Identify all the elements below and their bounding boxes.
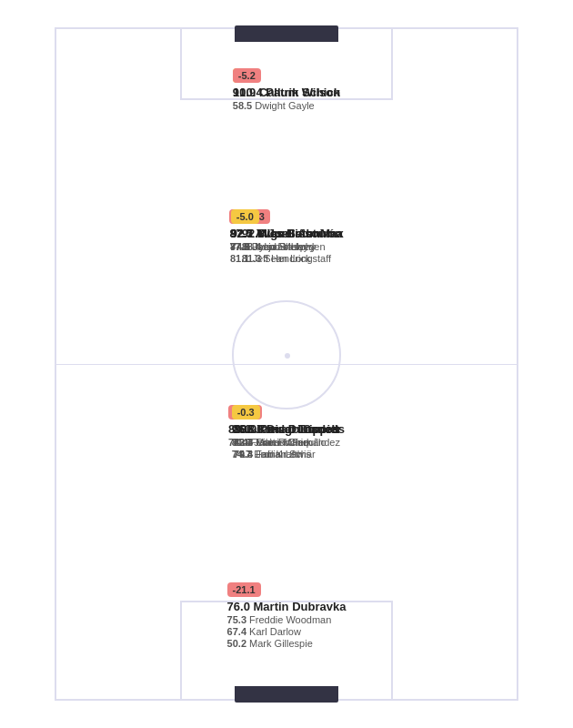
player-miguel-almiron: -5.092.1 Miguel Almirón74.5 Jacob Murphy bbox=[231, 209, 342, 252]
player-alt: 67.4 Karl Darlow bbox=[227, 626, 301, 637]
delta-badge-martin-dubravka: -21.1 bbox=[227, 582, 261, 597]
alt-score: 81.8 bbox=[232, 437, 251, 448]
delta-badge-callum-wilson: -5.2 bbox=[233, 68, 261, 83]
alt-score: 81.3 bbox=[242, 253, 261, 264]
player-main-martin-dubravka: 76.0 Martin Dubravka bbox=[227, 600, 347, 613]
player-alt: 58.5 Dwight Gayle bbox=[233, 100, 315, 111]
player-main-miguel-almiron: 92.1 Miguel Almirón bbox=[231, 227, 342, 240]
alt-score: 74.5 bbox=[231, 241, 250, 252]
player-main-kieran-trippier: 96.8 Kieran Trippier bbox=[232, 422, 342, 436]
player-alt: 81.3 Sean Longstaff bbox=[242, 253, 331, 264]
alt-score: 50.2 bbox=[227, 638, 246, 649]
alt-score: 75.3 bbox=[227, 614, 246, 625]
player-main-callum-wilson: 91.9 Callum Wilson bbox=[233, 86, 340, 99]
delta-badge-miguel-almiron: -5.0 bbox=[231, 209, 259, 224]
player-alt: 50.2 Mark Gillespie bbox=[227, 638, 313, 649]
player-callum-wilson: -5.291.9 Callum Wilson58.5 Dwight Gayle bbox=[233, 68, 340, 111]
player-kieran-trippier: -0.396.8 Kieran Trippier81.8 Javier Manq… bbox=[232, 405, 342, 460]
player-alt: 81.8 Javier Manquillo bbox=[232, 437, 327, 448]
delta-badge-kieran-trippier: -0.3 bbox=[232, 405, 260, 420]
player-alt: 74.5 Jacob Murphy bbox=[231, 241, 317, 252]
alt-score: 67.4 bbox=[227, 626, 246, 637]
player-martin-dubravka: -21.176.0 Martin Dubravka75.3 Freddie Wo… bbox=[227, 582, 347, 649]
player-alt: 74.7 Emil Krafth bbox=[232, 449, 303, 460]
alt-score: 74.7 bbox=[232, 449, 251, 460]
player-score: 92.1 bbox=[231, 227, 254, 240]
center-dot bbox=[285, 353, 290, 359]
alt-score: 58.5 bbox=[233, 100, 252, 111]
player-score: 96.8 bbox=[232, 422, 255, 436]
player-alt: 75.3 Freddie Woodman bbox=[227, 614, 332, 625]
player-score: 76.0 bbox=[227, 600, 250, 613]
player-score: 91.9 bbox=[233, 86, 256, 99]
football-pitch: 3.3100.4 Patrik Schick-5.291.9 Callum Wi… bbox=[0, 0, 573, 728]
